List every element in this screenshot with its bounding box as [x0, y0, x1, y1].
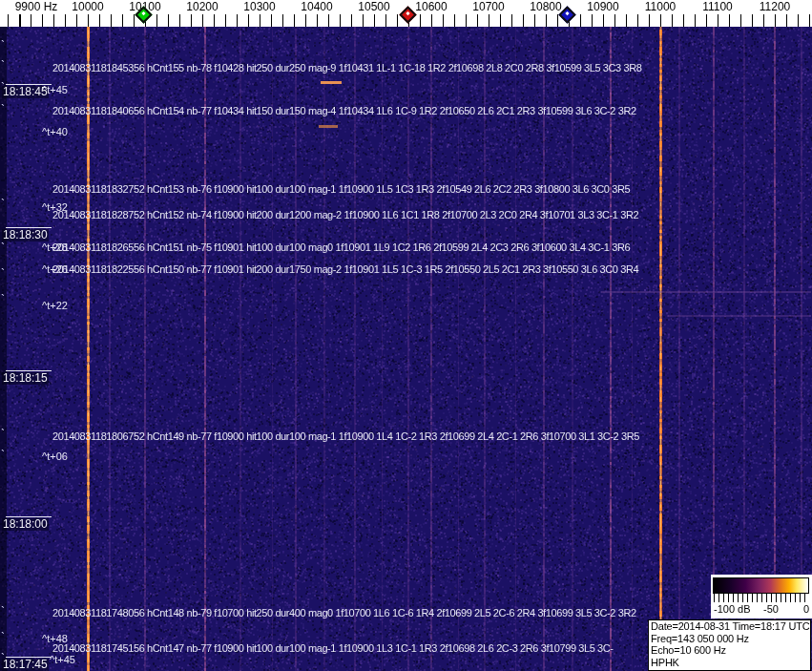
frequency-tick-label: 10700	[472, 0, 504, 13]
frequency-tick-label: 11000	[645, 0, 676, 13]
frequency-tick-label: 10200	[186, 0, 218, 13]
db-scale-labels: -100 dB -50 0	[711, 603, 812, 617]
db-mid-label: -50	[763, 603, 779, 615]
frequency-tick-label: 10300	[243, 0, 275, 13]
info-station: HPHK	[651, 657, 808, 669]
info-echo: Echo=10 600 Hz	[651, 644, 808, 657]
db-max-label: 0	[803, 603, 809, 615]
frequency-tick-label: 11200	[760, 0, 790, 13]
db-min-label: -100 dB	[714, 603, 751, 615]
frequency-tick-label: 10600	[415, 0, 447, 13]
frequency-tick-label: 10900	[587, 0, 618, 13]
frequency-tick-label: 10500	[358, 0, 389, 13]
db-scale-ticks	[714, 594, 809, 602]
frequency-tick-label: 10000	[72, 0, 103, 13]
spectrogram-canvas	[0, 27, 812, 671]
db-gradient-bar	[713, 577, 809, 594]
frequency-tick-label: 10800	[530, 0, 561, 13]
frequency-tick-label: 9900 Hz	[15, 0, 58, 13]
spectrogram-left-margin	[0, 27, 7, 671]
db-color-scale: -100 dB -50 0	[711, 575, 812, 619]
info-date-time: Date=2014-08-31 Time=18:17 UTC	[651, 620, 808, 633]
meteor-spectrogram-app: 9900 Hz100001010010200103001040010500106…	[0, 0, 812, 671]
frequency-tick-label: 11100	[702, 0, 733, 13]
frequency-axis: 9900 Hz100001010010200103001040010500106…	[0, 0, 812, 27]
status-info-box: Date=2014-08-31 Time=18:17 UTC Freq=143 …	[648, 619, 811, 671]
frequency-tick-label: 10400	[301, 0, 332, 13]
info-frequency: Freq=143 050 000 Hz	[651, 633, 808, 645]
